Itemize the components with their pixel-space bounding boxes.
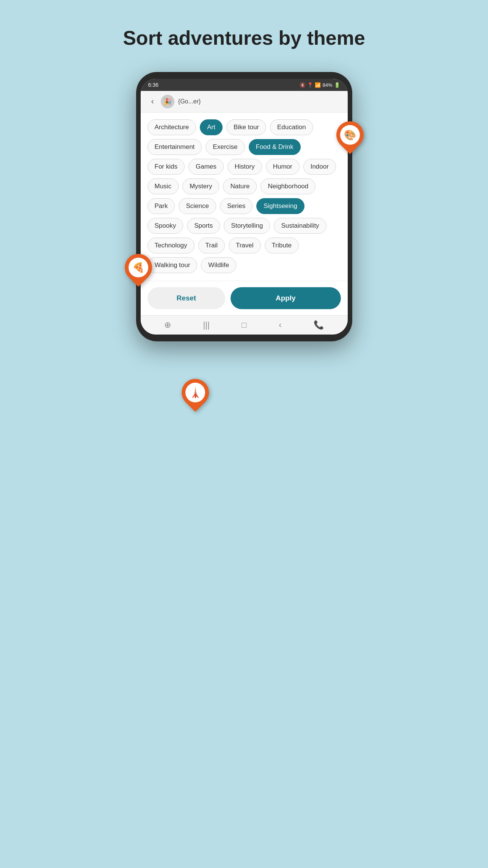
tag-technology[interactable]: Technology — [147, 238, 195, 253]
pin-food: 🍕 — [125, 254, 152, 285]
tag-for-kids[interactable]: For kids — [147, 159, 185, 175]
status-bar: 6:36 🔇 📍 📶 84% 🔋 — [141, 79, 348, 91]
tag-history[interactable]: History — [228, 159, 262, 175]
tag-education[interactable]: Education — [270, 119, 313, 135]
tag-spooky[interactable]: Spooky — [147, 218, 184, 234]
tag-nature[interactable]: Nature — [223, 178, 257, 194]
tag-walking-tour[interactable]: Walking tour — [147, 257, 198, 273]
nav-icon-phone[interactable]: 📞 — [314, 320, 324, 330]
tag-entertainment[interactable]: Entertainment — [147, 139, 202, 155]
back-button[interactable]: ‹ — [148, 95, 157, 108]
status-time: 6:36 — [148, 82, 158, 88]
reset-button[interactable]: Reset — [147, 287, 226, 309]
tag-indoor[interactable]: Indoor — [303, 159, 336, 175]
tag-sustainability[interactable]: Sustainability — [274, 218, 326, 234]
pin-sightseeing: 🗼 — [182, 379, 209, 410]
nav-bar: ⊕ ||| □ ‹ 📞 — [141, 315, 348, 335]
tag-tribute[interactable]: Tribute — [265, 238, 299, 253]
tag-architecture[interactable]: Architecture — [147, 119, 196, 135]
phone-screen: 6:36 🔇 📍 📶 84% 🔋 ‹ 🎉 {Go...er} — [141, 79, 348, 335]
tag-exercise[interactable]: Exercise — [206, 139, 245, 155]
bottom-actions: Reset Apply — [141, 281, 348, 315]
pin-art: 🎨 — [336, 121, 364, 152]
tag-bike-tour[interactable]: Bike tour — [226, 119, 266, 135]
tag-wildlife[interactable]: Wildlife — [201, 257, 236, 273]
tag-park[interactable]: Park — [147, 198, 175, 214]
nav-icon-apps[interactable]: ⊕ — [164, 320, 171, 330]
tag-mystery[interactable]: Mystery — [182, 178, 220, 194]
page-title: Sort adventures by theme — [123, 27, 365, 49]
food-icon: 🍕 — [129, 258, 148, 277]
app-header: ‹ 🎉 {Go...er} — [141, 91, 348, 113]
tag-science[interactable]: Science — [179, 198, 216, 214]
tag-travel[interactable]: Travel — [229, 238, 261, 253]
tags-grid: ArchitectureArtBike tourEducationEnterta… — [147, 119, 341, 273]
tags-container: ArchitectureArtBike tourEducationEnterta… — [141, 113, 348, 281]
tag-games[interactable]: Games — [188, 159, 224, 175]
nav-icon-home[interactable]: □ — [242, 320, 246, 330]
nav-icon-back[interactable]: ‹ — [279, 320, 281, 330]
tag-humor[interactable]: Humor — [266, 159, 300, 175]
tag-storytelling[interactable]: Storytelling — [224, 218, 270, 234]
status-battery: 🔇 📍 📶 84% 🔋 — [300, 82, 340, 88]
tag-series[interactable]: Series — [220, 198, 253, 214]
tag-sightseeing[interactable]: Sightseeing — [256, 198, 304, 214]
tag-sports[interactable]: Sports — [187, 218, 220, 234]
apply-button[interactable]: Apply — [231, 287, 341, 309]
phone-frame: 6:36 🔇 📍 📶 84% 🔋 ‹ 🎉 {Go...er} — [136, 72, 352, 341]
phone-mockup: 🎨 🍕 🗼 6:36 🔇 📍 📶 84% 🔋 — [136, 72, 352, 341]
tag-music[interactable]: Music — [147, 178, 179, 194]
user-avatar: 🎉 — [161, 95, 174, 108]
tag-art[interactable]: Art — [200, 119, 223, 135]
art-icon: 🎨 — [340, 125, 360, 145]
nav-icon-menu[interactable]: ||| — [203, 320, 209, 330]
header-title: {Go...er} — [178, 98, 201, 105]
tag-trail[interactable]: Trail — [198, 238, 225, 253]
tag-food-and-drink[interactable]: Food & Drink — [249, 139, 301, 155]
sightseeing-icon: 🗼 — [185, 383, 205, 402]
tag-neighborhood[interactable]: Neighborhood — [260, 178, 315, 194]
